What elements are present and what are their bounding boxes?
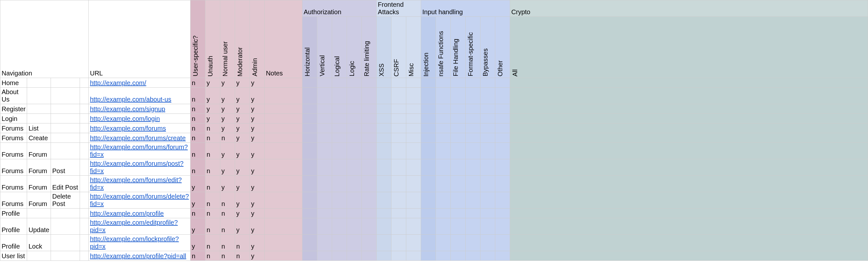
- auth-cell: [302, 235, 317, 251]
- url-cell: http://example.com/about-us: [88, 88, 190, 104]
- nav-cell: Update: [27, 218, 51, 235]
- auth-cell: [317, 192, 332, 208]
- format-specific-header: Format-specific: [465, 17, 480, 78]
- flag-cell: y: [235, 176, 250, 192]
- url-link[interactable]: http://example.com/forums/post?fid=x: [90, 160, 183, 174]
- unauth-header: Unauth: [205, 0, 220, 78]
- nav-cell: [80, 143, 88, 159]
- flag-cell: n: [190, 104, 205, 114]
- url-link[interactable]: http://example.com/forums/delete?fid=x: [90, 193, 189, 207]
- auth-cell: [332, 124, 347, 133]
- url-link[interactable]: http://example.com/profile: [90, 210, 164, 217]
- url-link[interactable]: http://example.com/forums/forum?fid=x: [90, 143, 188, 158]
- nav-cell: [80, 159, 88, 176]
- input-cell: [495, 133, 510, 143]
- auth-cell: [347, 124, 362, 133]
- auth-cell: [332, 176, 347, 192]
- flag-cell: n: [190, 143, 205, 159]
- input-cell: [451, 176, 465, 192]
- auth-cell: [362, 251, 376, 261]
- nav-cell: [27, 114, 51, 124]
- nav-cell: [51, 124, 80, 133]
- input-group-header: Input handling: [421, 0, 510, 17]
- table-row: User listhttp://example.com/profile?pid=…: [0, 251, 868, 261]
- input-cell: [451, 88, 465, 104]
- auth-cell: [332, 133, 347, 143]
- flag-cell: n: [205, 251, 220, 261]
- flag-cell: n: [220, 235, 235, 251]
- url-link[interactable]: http://example.com/forums/edit?fid=x: [90, 176, 182, 191]
- input-cell: [451, 159, 465, 176]
- flag-cell: y: [250, 78, 265, 88]
- input-cell: [480, 104, 495, 114]
- auth-cell: [317, 176, 332, 192]
- normal-user-header: Normal user: [220, 0, 235, 78]
- flag-cell: y: [190, 218, 205, 235]
- crypto-cell: [510, 192, 868, 208]
- url-link[interactable]: http://example.com/: [90, 79, 146, 87]
- url-link[interactable]: http://example.com/editprofile?pid=x: [90, 219, 178, 233]
- input-cell: [451, 235, 465, 251]
- input-cell: [465, 235, 480, 251]
- flag-cell: y: [190, 192, 205, 208]
- frontend-cell: [406, 124, 421, 133]
- frontend-cell: [406, 133, 421, 143]
- input-cell: [480, 143, 495, 159]
- notes-cell: [265, 192, 302, 208]
- flag-cell: n: [220, 133, 235, 143]
- security-matrix-table: Navigation URL User-specific? Unauth Nor…: [0, 0, 868, 261]
- crypto-cell: [510, 218, 868, 235]
- input-cell: [495, 251, 510, 261]
- rate-limiting-header: Rate limiting: [362, 17, 376, 78]
- nav-cell: [51, 88, 80, 104]
- url-link[interactable]: http://example.com/about-us: [90, 96, 171, 103]
- nav-cell: [51, 133, 80, 143]
- table-row: ForumsForumEdit Posthttp://example.com/f…: [0, 176, 868, 192]
- flag-cell: y: [220, 104, 235, 114]
- flag-cell: y: [250, 124, 265, 133]
- flag-cell: n: [190, 159, 205, 176]
- url-link[interactable]: http://example.com/profile?pid=all: [90, 253, 186, 260]
- table-row: About Ushttp://example.com/about-usnyyyy: [0, 88, 868, 104]
- nav-cell: Home: [0, 78, 27, 88]
- frontend-cell: [391, 114, 406, 124]
- url-link[interactable]: http://example.com/login: [90, 115, 160, 122]
- frontend-cell: [391, 88, 406, 104]
- nav-cell: Register: [0, 104, 27, 114]
- input-cell: [436, 192, 451, 208]
- url-link[interactable]: http://example.com/lockprofile?pid=x: [90, 235, 179, 250]
- frontend-cell: [376, 208, 391, 218]
- auth-cell: [302, 104, 317, 114]
- url-link[interactable]: http://example.com/signup: [90, 105, 165, 112]
- frontend-cell: [406, 176, 421, 192]
- nav-cell: [51, 104, 80, 114]
- nav-cell: About Us: [0, 88, 27, 104]
- url-link[interactable]: http://example.com/forums/create: [90, 134, 186, 141]
- auth-cell: [362, 114, 376, 124]
- input-cell: [495, 88, 510, 104]
- frontend-group-header: Frontend Attacks: [376, 0, 421, 17]
- nav-cell: [80, 176, 88, 192]
- auth-cell: [332, 192, 347, 208]
- flag-cell: y: [205, 104, 220, 114]
- flag-cell: y: [250, 208, 265, 218]
- url-cell: http://example.com/forums/forum?fid=x: [88, 143, 190, 159]
- auth-cell: [302, 124, 317, 133]
- auth-cell: [347, 159, 362, 176]
- url-link[interactable]: http://example.com/forums: [90, 125, 166, 132]
- notes-cell: [265, 124, 302, 133]
- input-cell: [465, 176, 480, 192]
- nav-cell: [80, 104, 88, 114]
- frontend-cell: [406, 251, 421, 261]
- other-header: Other: [495, 17, 510, 78]
- auth-cell: [362, 78, 376, 88]
- flag-cell: y: [205, 114, 220, 124]
- url-cell: http://example.com/forums: [88, 124, 190, 133]
- flag-cell: y: [235, 104, 250, 114]
- nav-cell: [51, 208, 80, 218]
- nav-cell: [51, 218, 80, 235]
- table-row: ForumsForumDelete Posthttp://example.com…: [0, 192, 868, 208]
- url-cell: http://example.com/forums/delete?fid=x: [88, 192, 190, 208]
- frontend-cell: [391, 159, 406, 176]
- frontend-cell: [376, 124, 391, 133]
